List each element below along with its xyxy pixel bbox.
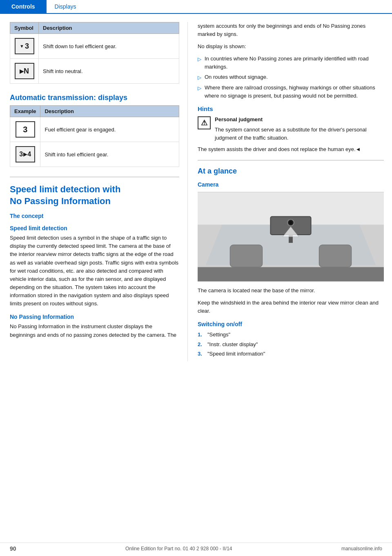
table-row: ▼3 Shift down to fuel efficient gear. <box>10 34 179 59</box>
symbol-cell-2: ▶N <box>10 59 39 84</box>
desc-neutral: Shift into neutral. <box>39 59 179 84</box>
symbol-cell-1: ▼3 <box>10 34 39 59</box>
main-layout: Symbol Description ▼3 Shift down to fuel… <box>0 14 392 361</box>
shift-down-symbol: ▼3 <box>15 38 34 54</box>
symbol-table: Symbol Description ▼3 Shift down to fuel… <box>10 22 179 84</box>
example-cell-2: 3▶4 <box>10 142 40 167</box>
example-table: Example Description 3 Fuel efficient gea… <box>10 105 179 167</box>
divider-1 <box>10 177 179 177</box>
hints-content: ⚠ Personal judgment The system cannot se… <box>198 116 384 142</box>
svg-rect-8 <box>319 245 351 267</box>
no-display-bullets: ▷ In countries where No Passing zones ar… <box>198 55 384 100</box>
edition-text: Online Edition for Part no. 01 40 2 928 … <box>125 546 232 552</box>
hints-text-block: Personal judgment The system cannot serv… <box>215 116 384 142</box>
list-item: ▷ Where there are railroad crossings, hi… <box>198 84 384 100</box>
car-interior-svg <box>198 192 384 282</box>
col-example: Example <box>10 106 40 117</box>
col-description: Description <box>39 22 179 34</box>
switching-title: Switching on/off <box>198 321 384 327</box>
at-a-glance-title: At a glance <box>198 167 384 176</box>
step-number-3: 3. <box>198 350 204 358</box>
desc-shift-fuel: Shift into fuel efficient gear. <box>40 142 179 167</box>
col-symbol: Symbol <box>10 22 39 34</box>
page-number: 90 <box>10 545 16 552</box>
camera-desc-1: The camera is located near the base of t… <box>198 287 384 295</box>
desc-shift-down: Shift down to fuel efficient gear. <box>39 34 179 59</box>
no-passing-continued: system accounts for only the beginnings … <box>198 22 384 38</box>
left-column: Symbol Description ▼3 Shift down to fuel… <box>0 22 188 361</box>
bullet-icon-3: ▷ <box>198 85 201 92</box>
warning-icon: ⚠ <box>198 116 211 129</box>
step-number-1: 1. <box>198 331 204 339</box>
personal-judgment-label: Personal judgment <box>215 116 384 124</box>
list-item: ▷ On routes without signage. <box>198 73 384 81</box>
camera-image <box>198 192 384 282</box>
no-display-label: No display is shown: <box>198 42 384 51</box>
speed-limit-detection-subtitle: Speed limit detection <box>10 225 179 231</box>
bullet-icon-2: ▷ <box>198 74 201 81</box>
the-concept-title: The concept <box>10 213 179 219</box>
gear-3-symbol: 3 <box>16 121 35 138</box>
example-cell-1: 3 <box>10 117 40 142</box>
hints-section: Hints ⚠ Personal judgment The system can… <box>198 105 384 153</box>
list-item: ▷ In countries where No Passing zones ar… <box>198 55 384 71</box>
no-passing-subtitle: No Passing Information <box>10 314 179 320</box>
svg-rect-7 <box>230 245 262 267</box>
divider-2 <box>198 160 384 160</box>
hints-title: Hints <box>198 105 384 112</box>
step-number-2: 2. <box>198 340 204 349</box>
table-row: 3▶4 Shift into fuel efficient gear. <box>10 142 179 167</box>
table-row: 3 Fuel efficient gear is engaged. <box>10 117 179 142</box>
svg-point-6 <box>289 221 292 224</box>
camera-label: Camera <box>198 181 384 188</box>
tab-controls[interactable]: Controls <box>0 0 47 13</box>
no-passing-body-text: No Passing Information in the instrument… <box>10 322 179 339</box>
speed-limit-body-text: Speed limit detection uses a symbol in t… <box>10 234 179 308</box>
right-column: system accounts for only the beginnings … <box>188 22 392 361</box>
list-item: 2. "Instr. cluster display" <box>198 340 384 349</box>
neutral-symbol: ▶N <box>15 63 34 79</box>
list-item: 1. "Settings" <box>198 331 384 339</box>
auto-trans-title: Automatic transmission: displays <box>10 93 179 102</box>
desc-fuel-efficient: Fuel efficient gear is engaged. <box>40 117 179 142</box>
bullet-icon-1: ▷ <box>198 56 201 63</box>
page-footer: 90 Online Edition for Part no. 01 40 2 9… <box>0 543 392 552</box>
shift-3to4-symbol: 3▶4 <box>16 146 35 162</box>
col-description-2: Description <box>40 106 179 117</box>
tab-displays[interactable]: Displays <box>47 0 85 13</box>
list-item: 3. "Speed limit information" <box>198 350 384 358</box>
steps-list: 1. "Settings" 2. "Instr. cluster display… <box>198 331 384 358</box>
camera-desc-2: Keep the windshield in the area behind t… <box>198 299 384 315</box>
main-section-title: Speed limit detection with No Passing In… <box>10 184 179 207</box>
header-tabs: Controls Displays <box>0 0 392 14</box>
site-text: manualsonline.info <box>341 546 382 552</box>
svg-rect-9 <box>198 267 384 281</box>
hints-text-1: The system cannot serve as a substitute … <box>215 126 384 142</box>
hints-text-2: The system assists the driver and does n… <box>198 145 384 153</box>
table-row: ▶N Shift into neutral. <box>10 59 179 84</box>
